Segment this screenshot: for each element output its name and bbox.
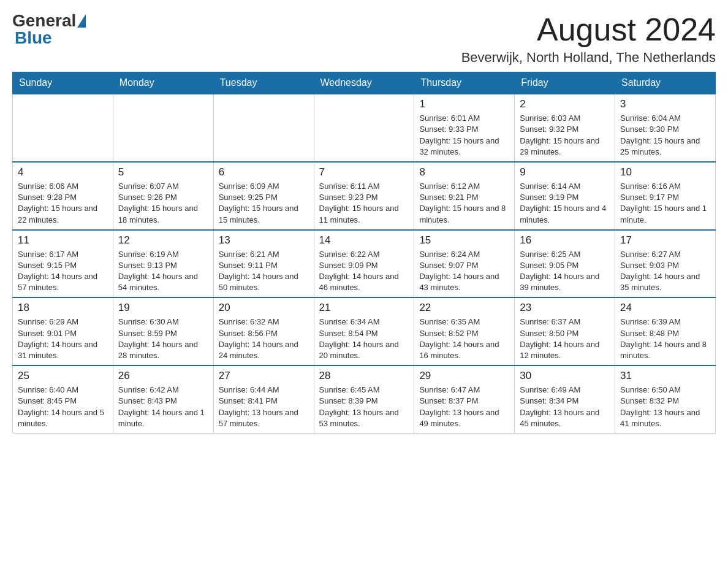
day-info: Sunrise: 6:14 AM Sunset: 9:19 PM Dayligh… <box>520 181 610 226</box>
day-info: Sunrise: 6:17 AM Sunset: 9:15 PM Dayligh… <box>18 249 108 294</box>
day-number: 11 <box>18 234 108 247</box>
calendar-cell: 15Sunrise: 6:24 AM Sunset: 9:07 PM Dayli… <box>414 230 515 298</box>
weekday-header-saturday: Saturday <box>615 72 716 94</box>
day-info: Sunrise: 6:42 AM Sunset: 8:43 PM Dayligh… <box>118 385 208 429</box>
calendar-cell: 31Sunrise: 6:50 AM Sunset: 8:32 PM Dayli… <box>615 366 716 433</box>
day-info: Sunrise: 6:50 AM Sunset: 8:32 PM Dayligh… <box>620 385 710 429</box>
calendar-cell: 23Sunrise: 6:37 AM Sunset: 8:50 PM Dayli… <box>515 297 615 366</box>
day-number: 10 <box>620 166 710 178</box>
day-number: 16 <box>520 234 610 247</box>
calendar-cell: 21Sunrise: 6:34 AM Sunset: 8:54 PM Dayli… <box>314 297 414 366</box>
day-info: Sunrise: 6:09 AM Sunset: 9:25 PM Dayligh… <box>219 181 309 226</box>
logo-triangle-icon <box>77 14 86 28</box>
calendar-cell: 16Sunrise: 6:25 AM Sunset: 9:05 PM Dayli… <box>515 230 615 298</box>
weekday-header-sunday: Sunday <box>13 72 113 94</box>
calendar-cell: 25Sunrise: 6:40 AM Sunset: 8:45 PM Dayli… <box>13 366 113 433</box>
month-title: August 2024 <box>461 12 716 47</box>
weekday-header-wednesday: Wednesday <box>314 72 414 94</box>
week-row-3: 11Sunrise: 6:17 AM Sunset: 9:15 PM Dayli… <box>13 230 716 298</box>
day-number: 3 <box>620 98 710 110</box>
week-row-2: 4Sunrise: 6:06 AM Sunset: 9:28 PM Daylig… <box>13 162 716 230</box>
calendar-cell: 3Sunrise: 6:04 AM Sunset: 9:30 PM Daylig… <box>615 94 716 162</box>
day-info: Sunrise: 6:29 AM Sunset: 9:01 PM Dayligh… <box>18 316 108 361</box>
calendar-cell: 20Sunrise: 6:32 AM Sunset: 8:56 PM Dayli… <box>213 297 314 366</box>
day-info: Sunrise: 6:24 AM Sunset: 9:07 PM Dayligh… <box>419 249 509 294</box>
day-number: 27 <box>219 370 309 382</box>
calendar-cell: 22Sunrise: 6:35 AM Sunset: 8:52 PM Dayli… <box>414 297 515 366</box>
day-number: 12 <box>118 234 208 247</box>
calendar-cell <box>213 94 314 162</box>
day-info: Sunrise: 6:39 AM Sunset: 8:48 PM Dayligh… <box>620 316 710 361</box>
day-number: 1 <box>419 98 509 110</box>
day-number: 4 <box>18 166 108 178</box>
calendar-cell: 30Sunrise: 6:49 AM Sunset: 8:34 PM Dayli… <box>515 366 615 433</box>
day-info: Sunrise: 6:22 AM Sunset: 9:09 PM Dayligh… <box>319 249 409 294</box>
calendar-cell: 7Sunrise: 6:11 AM Sunset: 9:23 PM Daylig… <box>314 162 414 230</box>
week-row-5: 25Sunrise: 6:40 AM Sunset: 8:45 PM Dayli… <box>13 366 716 433</box>
calendar-cell: 6Sunrise: 6:09 AM Sunset: 9:25 PM Daylig… <box>213 162 314 230</box>
day-number: 28 <box>319 370 409 382</box>
calendar-cell <box>113 94 213 162</box>
day-info: Sunrise: 6:06 AM Sunset: 9:28 PM Dayligh… <box>18 181 108 226</box>
day-info: Sunrise: 6:34 AM Sunset: 8:54 PM Dayligh… <box>319 316 409 361</box>
day-number: 2 <box>520 98 610 110</box>
day-info: Sunrise: 6:49 AM Sunset: 8:34 PM Dayligh… <box>520 385 610 429</box>
day-info: Sunrise: 6:01 AM Sunset: 9:33 PM Dayligh… <box>419 113 509 158</box>
week-row-4: 18Sunrise: 6:29 AM Sunset: 9:01 PM Dayli… <box>13 297 716 366</box>
day-info: Sunrise: 6:45 AM Sunset: 8:39 PM Dayligh… <box>319 385 409 429</box>
day-info: Sunrise: 6:21 AM Sunset: 9:11 PM Dayligh… <box>219 249 309 294</box>
weekday-header-monday: Monday <box>113 72 213 94</box>
day-number: 19 <box>118 302 208 314</box>
location-title: Beverwijk, North Holland, The Netherland… <box>461 50 716 66</box>
day-number: 17 <box>620 234 710 247</box>
day-number: 21 <box>319 302 409 314</box>
day-number: 14 <box>319 234 409 247</box>
calendar-cell: 5Sunrise: 6:07 AM Sunset: 9:26 PM Daylig… <box>113 162 213 230</box>
calendar-cell: 19Sunrise: 6:30 AM Sunset: 8:59 PM Dayli… <box>113 297 213 366</box>
day-info: Sunrise: 6:07 AM Sunset: 9:26 PM Dayligh… <box>118 181 208 226</box>
calendar-cell: 1Sunrise: 6:01 AM Sunset: 9:33 PM Daylig… <box>414 94 515 162</box>
calendar-cell: 27Sunrise: 6:44 AM Sunset: 8:41 PM Dayli… <box>213 366 314 433</box>
calendar-cell: 14Sunrise: 6:22 AM Sunset: 9:09 PM Dayli… <box>314 230 414 298</box>
day-number: 9 <box>520 166 610 178</box>
calendar-cell: 11Sunrise: 6:17 AM Sunset: 9:15 PM Dayli… <box>13 230 113 298</box>
day-info: Sunrise: 6:16 AM Sunset: 9:17 PM Dayligh… <box>620 181 710 226</box>
day-number: 22 <box>419 302 509 314</box>
day-info: Sunrise: 6:12 AM Sunset: 9:21 PM Dayligh… <box>419 181 509 226</box>
day-number: 31 <box>620 370 710 382</box>
day-info: Sunrise: 6:03 AM Sunset: 9:32 PM Dayligh… <box>520 113 610 158</box>
day-info: Sunrise: 6:35 AM Sunset: 8:52 PM Dayligh… <box>419 316 509 361</box>
week-row-1: 1Sunrise: 6:01 AM Sunset: 9:33 PM Daylig… <box>13 94 716 162</box>
day-number: 13 <box>219 234 309 247</box>
day-info: Sunrise: 6:47 AM Sunset: 8:37 PM Dayligh… <box>419 385 509 429</box>
day-number: 23 <box>520 302 610 314</box>
day-info: Sunrise: 6:19 AM Sunset: 9:13 PM Dayligh… <box>118 249 208 294</box>
title-area: August 2024 Beverwijk, North Holland, Th… <box>461 12 716 66</box>
calendar-cell: 8Sunrise: 6:12 AM Sunset: 9:21 PM Daylig… <box>414 162 515 230</box>
day-number: 6 <box>219 166 309 178</box>
weekday-header-row: SundayMondayTuesdayWednesdayThursdayFrid… <box>13 72 716 94</box>
calendar-cell: 24Sunrise: 6:39 AM Sunset: 8:48 PM Dayli… <box>615 297 716 366</box>
calendar-cell: 29Sunrise: 6:47 AM Sunset: 8:37 PM Dayli… <box>414 366 515 433</box>
page-header: General Blue August 2024 Beverwijk, Nort… <box>12 12 716 66</box>
day-info: Sunrise: 6:44 AM Sunset: 8:41 PM Dayligh… <box>219 385 309 429</box>
calendar-cell <box>314 94 414 162</box>
calendar-cell: 28Sunrise: 6:45 AM Sunset: 8:39 PM Dayli… <box>314 366 414 433</box>
day-number: 20 <box>219 302 309 314</box>
calendar-cell <box>13 94 113 162</box>
day-info: Sunrise: 6:04 AM Sunset: 9:30 PM Dayligh… <box>620 113 710 158</box>
calendar-cell: 18Sunrise: 6:29 AM Sunset: 9:01 PM Dayli… <box>13 297 113 366</box>
logo-blue-text: Blue <box>15 29 52 47</box>
day-number: 24 <box>620 302 710 314</box>
day-number: 29 <box>419 370 509 382</box>
day-info: Sunrise: 6:11 AM Sunset: 9:23 PM Dayligh… <box>319 181 409 226</box>
day-number: 25 <box>18 370 108 382</box>
logo: General Blue <box>12 12 86 47</box>
calendar-cell: 12Sunrise: 6:19 AM Sunset: 9:13 PM Dayli… <box>113 230 213 298</box>
day-number: 15 <box>419 234 509 247</box>
day-info: Sunrise: 6:30 AM Sunset: 8:59 PM Dayligh… <box>118 316 208 361</box>
calendar-cell: 26Sunrise: 6:42 AM Sunset: 8:43 PM Dayli… <box>113 366 213 433</box>
day-info: Sunrise: 6:37 AM Sunset: 8:50 PM Dayligh… <box>520 316 610 361</box>
calendar-cell: 10Sunrise: 6:16 AM Sunset: 9:17 PM Dayli… <box>615 162 716 230</box>
day-number: 18 <box>18 302 108 314</box>
